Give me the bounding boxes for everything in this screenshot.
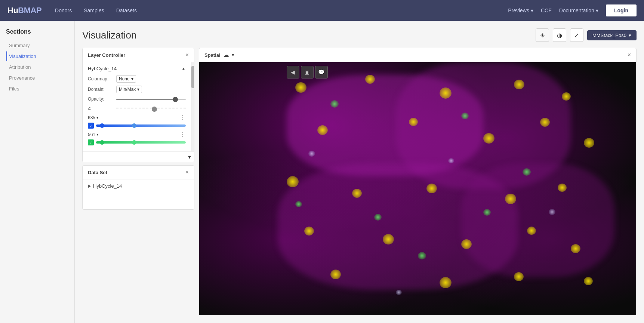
z-row: z: xyxy=(88,105,186,111)
sidebar-item-files[interactable]: Files xyxy=(6,84,68,94)
navbar-right: Previews ▾ CCF Documentation ▾ Login xyxy=(508,4,637,16)
layer-controller-header: Layer Controller × xyxy=(83,48,194,62)
spatial-body: ◀ ▣ 💬 xyxy=(199,62,636,315)
colormap-label: Colormap: xyxy=(88,76,113,81)
select-box-tool[interactable]: ▣ xyxy=(301,66,314,79)
sidebar-title: Sections xyxy=(6,28,68,35)
channel-561-max-handle[interactable] xyxy=(132,140,136,145)
expand-triangle-icon[interactable] xyxy=(88,184,91,188)
annotate-tool[interactable]: 💬 xyxy=(315,66,328,79)
chevron-down-icon: ▾ xyxy=(96,132,98,136)
brand-logo[interactable]: HuBMAP xyxy=(7,6,41,15)
dataset-body: HybCycle_14 xyxy=(83,179,194,209)
navigate-tool[interactable]: ◀ xyxy=(287,66,299,79)
spatial-header: Spatial ☁ ▾ × xyxy=(199,48,636,62)
layer-scroll-thumb[interactable] xyxy=(191,66,194,88)
nav-previews[interactable]: Previews ▾ xyxy=(508,7,533,13)
sidebar: Sections Summary Visualization Attributi… xyxy=(0,21,75,323)
login-button[interactable]: Login xyxy=(606,4,637,16)
dataset-header: Data Set × xyxy=(83,166,194,179)
sidebar-item-visualization[interactable]: Visualization xyxy=(6,51,68,61)
channel-635-checkbox[interactable]: ✓ xyxy=(88,123,94,129)
channel-635-slider[interactable] xyxy=(96,124,186,127)
opacity-label: Opacity: xyxy=(88,96,113,102)
channel-635-menu[interactable]: ⋮ xyxy=(180,114,186,121)
chevron-down-icon: ▾ xyxy=(629,33,631,38)
domain-row: Domain: Min/Max ▾ xyxy=(88,86,186,93)
nav-datasets[interactable]: Datasets xyxy=(112,4,141,16)
expand-icon: ⤢ xyxy=(574,32,579,39)
dataset-item-label: HybCycle_14 xyxy=(93,183,122,189)
check-icon: ✓ xyxy=(89,141,92,145)
nav-items: Donors Samples Datasets xyxy=(50,4,499,16)
chevron-down-icon: ▾ xyxy=(531,7,533,13)
brand-bmap: BMAP xyxy=(18,6,41,15)
channel-635-max-handle[interactable] xyxy=(132,123,136,128)
layer-controller-title: Layer Controller xyxy=(88,52,125,58)
channel-635-label: 635 ▾ xyxy=(88,115,98,120)
z-slider[interactable] xyxy=(116,105,186,111)
chevron-down-icon: ▾ xyxy=(96,116,98,120)
channel-561-label: 561 ▾ xyxy=(88,132,98,137)
channel-561-slider[interactable] xyxy=(96,141,186,144)
nav-ccf[interactable]: CCF xyxy=(541,7,552,13)
colormap-row: Colormap: None ▾ xyxy=(88,75,186,83)
left-panels: Layer Controller × HybCycle_14 ▲ xyxy=(82,48,194,316)
app-body: Sections Summary Visualization Attributi… xyxy=(0,21,644,323)
colormap-select[interactable]: None ▾ xyxy=(116,75,136,83)
opacity-slider[interactable] xyxy=(116,96,186,102)
dataset-item: HybCycle_14 xyxy=(88,183,189,189)
sidebar-item-provenance[interactable]: Provenance xyxy=(6,73,68,83)
layer-controller-close[interactable]: × xyxy=(185,52,189,58)
expand-icon-button[interactable]: ⤢ xyxy=(570,28,583,42)
spatial-close[interactable]: × xyxy=(628,52,631,58)
opacity-row: Opacity: xyxy=(88,96,186,102)
channel-561-header: 561 ▾ ⋮ xyxy=(88,131,186,138)
channel-561-min-handle[interactable] xyxy=(100,140,104,145)
navbar: HuBMAP Donors Samples Datasets Previews … xyxy=(0,0,644,21)
page-title: Visualization xyxy=(82,30,137,41)
layer-controller-body: HybCycle_14 ▲ Colormap: None ▾ xyxy=(83,62,194,151)
nav-samples[interactable]: Samples xyxy=(79,4,108,16)
nav-documentation[interactable]: Documentation ▾ xyxy=(559,7,598,13)
domain-select[interactable]: Min/Max ▾ xyxy=(116,86,142,93)
channel-635-min-handle[interactable] xyxy=(100,123,104,128)
mmstack-dropdown[interactable]: MMStack_Pos0 ▾ xyxy=(587,30,637,40)
viz-area: Layer Controller × HybCycle_14 ▲ xyxy=(82,48,637,316)
main-header: Visualization ☀ ◑ ⤢ MMStack_Pos0 ▾ xyxy=(82,28,637,42)
check-icon: ✓ xyxy=(89,124,92,128)
chevron-down-icon: ▾ xyxy=(596,7,598,13)
sidebar-item-summary[interactable]: Summary xyxy=(6,40,68,50)
moon-icon-button[interactable]: ◑ xyxy=(553,28,566,42)
chevron-down-icon: ▾ xyxy=(137,87,139,92)
moon-icon: ◑ xyxy=(557,32,562,39)
spatial-dropdown-arrow[interactable]: ▾ xyxy=(232,52,234,58)
spatial-panel: Spatial ☁ ▾ × xyxy=(199,48,637,316)
domain-label: Domain: xyxy=(88,87,113,92)
channel-561-checkbox[interactable]: ✓ xyxy=(88,139,94,145)
layer-name-row: HybCycle_14 ▲ xyxy=(88,66,186,71)
z-label: z: xyxy=(88,105,113,111)
layer-scroll-down[interactable]: ▾ xyxy=(83,151,194,162)
chevron-down-icon: ▾ xyxy=(188,153,191,160)
dataset-panel: Data Set × HybCycle_14 xyxy=(82,165,194,210)
layer-controller-panel: Layer Controller × HybCycle_14 ▲ xyxy=(82,48,194,162)
layer-scrollbar[interactable] xyxy=(191,62,194,151)
sun-icon: ☀ xyxy=(540,32,545,39)
chevron-up-icon[interactable]: ▲ xyxy=(181,66,186,71)
dataset-title: Data Set xyxy=(88,170,107,175)
channel-561-menu[interactable]: ⋮ xyxy=(180,131,186,138)
microscopy-image xyxy=(199,62,636,315)
sidebar-item-attribution[interactable]: Attribution xyxy=(6,62,68,72)
main-content: Visualization ☀ ◑ ⤢ MMStack_Pos0 ▾ xyxy=(75,21,644,323)
spatial-tools: ◀ ▣ 💬 xyxy=(287,66,328,79)
nav-donors[interactable]: Donors xyxy=(50,4,76,16)
brand-hu: Hu xyxy=(7,6,18,15)
dataset-close[interactable]: × xyxy=(185,169,189,175)
layer-name: HybCycle_14 xyxy=(88,66,117,71)
sun-icon-button[interactable]: ☀ xyxy=(536,28,549,42)
channel-561-row: ✓ xyxy=(88,139,186,145)
cloud-icon: ☁ xyxy=(224,52,229,58)
mmstack-label: MMStack_Pos0 xyxy=(592,33,626,38)
channel-635-row: ✓ xyxy=(88,123,186,129)
